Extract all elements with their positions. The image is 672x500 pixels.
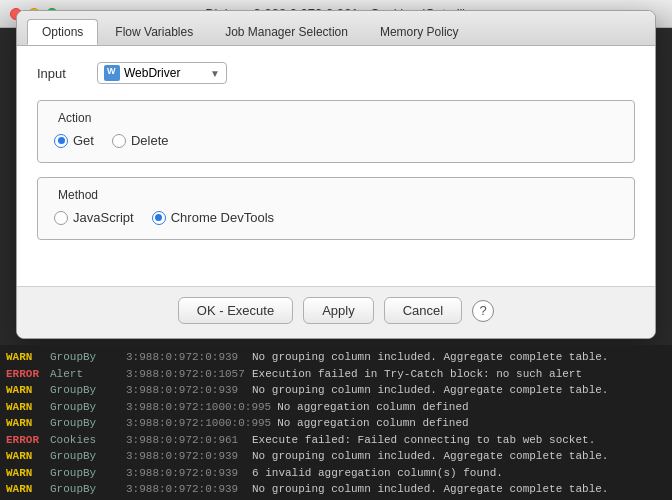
action-delete-radio[interactable]: Delete	[112, 133, 169, 148]
log-source: GroupBy	[50, 399, 120, 416]
log-message: No grouping column included. Aggregate c…	[252, 448, 608, 465]
log-message: Execution failed in Try-Catch block: no …	[252, 366, 582, 383]
apply-button[interactable]: Apply	[303, 297, 374, 324]
dialog-window: Options Flow Variables Job Manager Selec…	[16, 10, 656, 339]
webdriver-icon	[104, 65, 120, 81]
method-radio-group: JavaScript Chrome DevTools	[54, 210, 618, 225]
input-row: Input WebDriver ▼	[37, 62, 635, 84]
action-radio-group: Get Delete	[54, 133, 618, 148]
log-line: WARNGroupBy3:988:0:972:0:939No grouping …	[6, 448, 666, 465]
method-legend: Method	[54, 188, 618, 202]
tab-options[interactable]: Options	[27, 19, 98, 45]
log-source: GroupBy	[50, 415, 120, 432]
log-source: GroupBy	[50, 481, 120, 498]
log-source: Alert	[50, 366, 120, 383]
input-value: WebDriver	[124, 66, 180, 80]
log-timestamp: 3:988:0:972:0:939	[126, 349, 246, 366]
log-timestamp: 3:988:0:972:0:939	[126, 481, 246, 498]
log-message: No aggregation column defined	[277, 399, 468, 416]
log-line: WARNGroupBy3:988:0:972:1000:0:995No aggr…	[6, 415, 666, 432]
tab-memory-policy[interactable]: Memory Policy	[365, 19, 474, 45]
help-button[interactable]: ?	[472, 300, 494, 322]
log-message: No grouping column included. Aggregate c…	[252, 349, 608, 366]
action-legend: Action	[54, 111, 618, 125]
log-line: WARNGroupBy3:988:0:972:0:939No grouping …	[6, 481, 666, 498]
log-line: WARNGroupBy3:988:0:972:1000:0:995No aggr…	[6, 399, 666, 416]
cancel-button[interactable]: Cancel	[384, 297, 462, 324]
log-level: WARN	[6, 399, 44, 416]
delete-radio-label: Delete	[131, 133, 169, 148]
get-radio-indicator	[54, 134, 68, 148]
dialog-body: Input WebDriver ▼ Action Get Delete	[17, 46, 655, 286]
ok-execute-button[interactable]: OK - Execute	[178, 297, 293, 324]
log-source: GroupBy	[50, 382, 120, 399]
button-row: OK - Execute Apply Cancel ?	[17, 286, 655, 338]
log-line: WARNGroupBy3:988:0:972:0:939No grouping …	[6, 382, 666, 399]
log-level: WARN	[6, 415, 44, 432]
delete-radio-indicator	[112, 134, 126, 148]
log-timestamp: 3:988:0:972:0:961	[126, 432, 246, 449]
input-select[interactable]: WebDriver ▼	[97, 62, 227, 84]
log-level: WARN	[6, 349, 44, 366]
log-timestamp: 3:988:0:972:1000:0:995	[126, 399, 271, 416]
log-timestamp: 3:988:0:972:1000:0:995	[126, 415, 271, 432]
log-timestamp: 3:988:0:972:0:939	[126, 448, 246, 465]
chrome-devtools-radio-indicator	[152, 211, 166, 225]
log-message: No grouping column included. Aggregate c…	[252, 481, 608, 498]
log-timestamp: 3:988:0:972:0:939	[126, 465, 246, 482]
action-fieldset: Action Get Delete	[37, 100, 635, 163]
tab-flow-variables[interactable]: Flow Variables	[100, 19, 208, 45]
action-get-radio[interactable]: Get	[54, 133, 94, 148]
log-timestamp: 3:988:0:972:0:1057	[126, 366, 246, 383]
tab-job-manager-selection[interactable]: Job Manager Selection	[210, 19, 363, 45]
javascript-radio-indicator	[54, 211, 68, 225]
log-level: WARN	[6, 465, 44, 482]
log-source: GroupBy	[50, 465, 120, 482]
javascript-radio-label: JavaScript	[73, 210, 134, 225]
log-line: ERRORCookies3:988:0:972:0:961Execute fai…	[6, 432, 666, 449]
log-level: WARN	[6, 481, 44, 498]
log-level: ERROR	[6, 366, 44, 383]
get-radio-label: Get	[73, 133, 94, 148]
log-line: WARNGroupBy3:988:0:972:0:939No grouping …	[6, 349, 666, 366]
input-label: Input	[37, 66, 87, 81]
log-source: GroupBy	[50, 349, 120, 366]
console-area: WARNGroupBy3:988:0:972:0:939No grouping …	[0, 345, 672, 500]
method-chrome-devtools-radio[interactable]: Chrome DevTools	[152, 210, 274, 225]
log-level: WARN	[6, 448, 44, 465]
log-message: No grouping column included. Aggregate c…	[252, 382, 608, 399]
method-javascript-radio[interactable]: JavaScript	[54, 210, 134, 225]
chrome-devtools-radio-label: Chrome DevTools	[171, 210, 274, 225]
chevron-down-icon: ▼	[210, 68, 220, 79]
log-line: ERRORAlert3:988:0:972:0:1057Execution fa…	[6, 366, 666, 383]
method-fieldset: Method JavaScript Chrome DevTools	[37, 177, 635, 240]
log-source: Cookies	[50, 432, 120, 449]
log-message: Execute failed: Failed connecting to tab…	[252, 432, 595, 449]
log-timestamp: 3:988:0:972:0:939	[126, 382, 246, 399]
log-source: GroupBy	[50, 448, 120, 465]
log-level: ERROR	[6, 432, 44, 449]
log-level: WARN	[6, 382, 44, 399]
tab-bar: Options Flow Variables Job Manager Selec…	[17, 11, 655, 46]
log-line: WARNGroupBy3:988:0:972:0:9396 invalid ag…	[6, 465, 666, 482]
log-message: 6 invalid aggregation column(s) found.	[252, 465, 503, 482]
log-message: No aggregation column defined	[277, 415, 468, 432]
